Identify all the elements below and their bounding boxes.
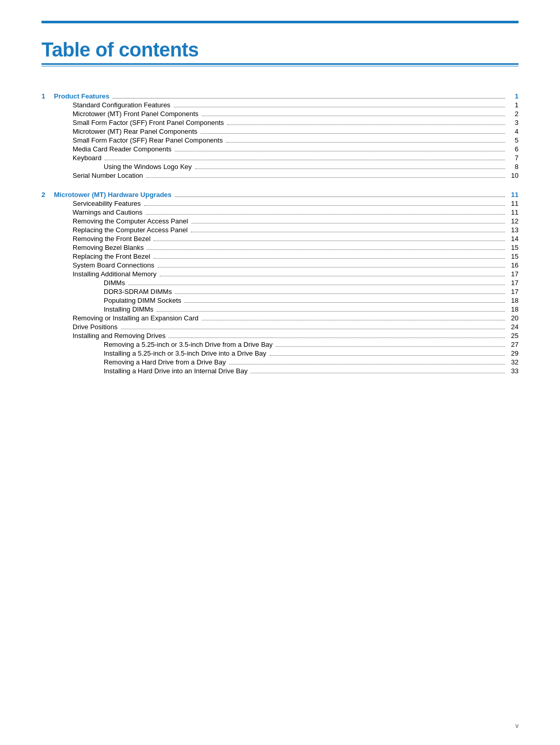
toc-entry-page: 10 [508,172,519,179]
toc-chapter-page: 11 [508,191,519,199]
toc-entry-page: 5 [508,136,519,144]
title-underline-thin [41,66,519,66]
toc-entry-title: Serviceability Features [73,200,141,207]
toc-entry: Warnings and Cautions11 [41,208,519,216]
toc-entry-page: 11 [508,200,519,207]
toc-entry-page: 15 [508,252,519,260]
title-underline-thick [41,63,519,65]
toc-entry-page: 18 [508,305,519,313]
toc-entry-dots [185,302,505,303]
toc-entry-page: 32 [508,358,519,366]
toc-entry: Keyboard7 [41,154,519,162]
toc-entry-title: Installing a 5.25-inch or 3.5-inch Drive… [104,349,267,357]
toc-entry-title: Standard Configuration Features [73,101,171,109]
toc-entry-page: 8 [508,163,519,171]
toc-entry-page: 6 [508,145,519,153]
toc-entry-dots [147,249,505,250]
toc-chapter-number: 2 [41,191,52,199]
toc-entry-title: Removing the Computer Access Panel [73,217,188,225]
toc-entry-dots [226,142,505,143]
toc-entry-dots [202,116,505,116]
toc-entry: DDR3-SDRAM DIMMs17 [41,288,519,296]
toc-entry-dots [195,168,505,169]
toc-entry-page: 7 [508,154,519,162]
toc-entry-title: Using the Windows Logo Key [104,163,192,171]
toc-entry: Removing Bezel Blanks15 [41,244,519,251]
toc-entry-page: 12 [508,217,519,225]
toc-entry-title: Removing a Hard Drive from a Drive Bay [104,358,226,366]
toc-entry-dots [276,346,505,347]
toc-entry-dots [157,311,505,312]
toc-entry: Installing and Removing Drives25 [41,332,519,340]
toc-chapter-dots [175,196,505,197]
toc-entry: Removing the Front Bezel14 [41,235,519,243]
toc-entry-dots [201,133,505,134]
toc-chapter-dots [113,98,505,99]
toc-entry-page: 17 [508,288,519,296]
toc-entry-title: Warnings and Cautions [73,208,143,216]
toc-chapter-page: 1 [508,92,519,100]
toc-entry: Drive Positions24 [41,323,519,331]
toc-entry: Replacing the Front Bezel15 [41,252,519,260]
toc-entry: Microtower (MT) Rear Panel Components4 [41,128,519,135]
toc-entry-page: 15 [508,244,519,251]
toc-entry-dots [128,285,505,285]
toc-entry-title: Replacing the Front Bezel [73,252,150,260]
toc-entry-page: 11 [508,208,519,216]
toc-entry: Installing a 5.25-inch or 3.5-inch Drive… [41,349,519,357]
toc-entry-title: DIMMs [104,279,125,287]
toc-entry-title: DDR3-SDRAM DIMMs [104,288,172,296]
toc-entry-dots [191,232,505,232]
toc-entry-dots [169,338,505,338]
toc-entry-dots [144,205,506,206]
toc-entry-title: Removing the Front Bezel [73,235,150,243]
toc-entry: Using the Windows Logo Key8 [41,163,519,171]
toc-entry-title: Installing DIMMs [104,305,153,313]
toc-entry-title: Keyboard [73,154,102,162]
toc-entry: System Board Connections16 [41,261,519,269]
toc-entry: Installing a Hard Drive into an Internal… [41,367,519,375]
toc-entry: Removing a Hard Drive from a Drive Bay32 [41,358,519,366]
toc-chapter-row: 1Product Features1 [41,92,519,100]
toc-entry-dots [146,214,505,215]
page-title: Table of contents [41,39,519,61]
chapter-gap [41,180,519,191]
toc-entry-dots [160,276,505,276]
footer: v [515,722,519,729]
toc-entry: DIMMs17 [41,279,519,287]
toc-entry-page: 17 [508,270,519,278]
toc-entry-dots [191,223,505,223]
toc-entry-page: 29 [508,349,519,357]
toc-entry-title: Microtower (MT) Front Panel Components [73,110,199,118]
toc-chapter-number: 1 [41,92,52,100]
toc-entry-dots [121,329,505,329]
toc-entry-title: Replacing the Computer Access Panel [73,226,188,234]
toc-container: 1Product Features1Standard Configuration… [41,92,519,375]
toc-entry-title: Small Form Factor (SFF) Rear Panel Compo… [73,136,223,144]
toc-chapter-row: 2Microtower (MT) Hardware Upgrades11 [41,191,519,199]
toc-entry-dots [227,124,505,125]
toc-entry-title: Installing Additional Memory [73,270,157,278]
toc-entry-page: 20 [508,314,519,322]
toc-entry-dots [202,320,505,320]
toc-entry-dots [105,160,505,160]
toc-entry-page: 18 [508,297,519,304]
toc-entry-page: 16 [508,261,519,269]
toc-entry: Installing Additional Memory17 [41,270,519,278]
toc-entry-dots [250,373,505,373]
toc-entry: Standard Configuration Features1 [41,101,519,109]
toc-entry-page: 4 [508,128,519,135]
toc-entry-page: 13 [508,226,519,234]
toc-entry-dots [270,355,505,356]
toc-entry: Small Form Factor (SFF) Front Panel Comp… [41,119,519,126]
toc-entry: Media Card Reader Components6 [41,145,519,153]
toc-entry-title: Removing or Installing an Expansion Card [73,314,199,322]
top-border-thin [41,23,519,23]
toc-entry-title: Removing a 5.25-inch or 3.5-inch Drive f… [104,341,273,348]
toc-entry-page: 33 [508,367,519,375]
toc-entry-title: Media Card Reader Components [73,145,172,153]
toc-entry-dots [158,267,505,268]
toc-chapter-title: Product Features [54,92,109,100]
toc-entry-dots [175,293,505,294]
toc-entry-dots [229,364,505,364]
